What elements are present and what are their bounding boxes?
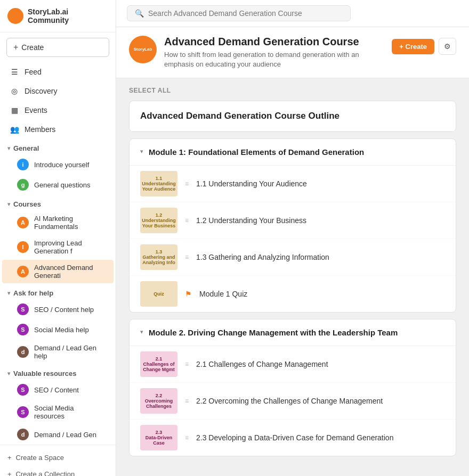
lesson-1-1-thumb: 1.1UnderstandingYour Audience: [140, 171, 177, 196]
general-chevron: ▾: [7, 145, 10, 151]
sidebar-item-introduce[interactable]: i Introduce yourself: [2, 155, 114, 174]
social-help-avatar: S: [17, 324, 29, 335]
course-outline-card: Advanced Demand Generation Course Outlin…: [129, 101, 456, 132]
sidebar-item-seo-help[interactable]: S SEO / Content help: [2, 300, 114, 319]
discovery-label: Discovery: [25, 87, 57, 95]
demand-res-label: Demand / Lead Gen: [34, 431, 96, 439]
module-2-header: ▾ Module 2. Driving Change Management wi…: [130, 319, 456, 346]
course-header-right: + Create ⚙: [392, 36, 456, 55]
create-collection-button[interactable]: + Create a Collection: [0, 466, 116, 476]
section-general[interactable]: ▾ General: [0, 139, 116, 154]
module-1-chevron[interactable]: ▾: [140, 148, 143, 155]
module-1-card: ▾ Module 1: Foundational Elements of Dem…: [129, 138, 456, 313]
course-header-left: StoryLab Advanced Demand Generation Cour…: [129, 36, 377, 69]
module-2-chevron[interactable]: ▾: [140, 329, 143, 335]
drag-handle-1-3[interactable]: ≡: [185, 253, 189, 261]
lesson-2-2-title: 2.2 Overcoming the Challenges of Change …: [196, 397, 383, 405]
sidebar: StoryLab.ai Community + Create ☰ Feed ◎ …: [0, 0, 116, 476]
lesson-1-1: 1.1UnderstandingYour Audience ≡ 1.1 Unde…: [130, 166, 456, 202]
search-box[interactable]: 🔍: [127, 5, 351, 21]
ai-marketing-label: AI Marketing Fundamentals: [34, 215, 106, 231]
nav-discovery[interactable]: ◎ Discovery: [2, 82, 114, 100]
section-courses[interactable]: ▾ Courses: [0, 195, 116, 210]
lesson-1-1-title: 1.1 Understanding Your Audience: [196, 179, 307, 188]
create-space-button[interactable]: + Create a Space: [0, 449, 116, 466]
advanced-demand-label: Advanced Demand Generati: [34, 264, 106, 280]
sidebar-item-advanced-demand[interactable]: A Advanced Demand Generati: [2, 260, 114, 283]
topbar: 🔍: [116, 0, 469, 27]
course-create-button[interactable]: + Create: [392, 39, 434, 54]
search-icon: 🔍: [135, 9, 144, 18]
ask-help-label: Ask for help: [13, 289, 53, 297]
seo-res-avatar: S: [17, 384, 29, 396]
nav-members[interactable]: 👥 Members: [2, 120, 114, 138]
create-button[interactable]: + Create: [6, 38, 109, 57]
valuable-chevron: ▾: [7, 371, 10, 376]
valuable-label: Valuable resources: [13, 370, 77, 377]
introduce-label: Introduce yourself: [34, 161, 89, 169]
section-valuable-resources[interactable]: ▾ Valuable resources: [0, 364, 116, 380]
general-label: General: [13, 144, 39, 152]
sidebar-item-general-questions[interactable]: g General questions: [2, 175, 114, 194]
lesson-1-2: 1.2UnderstandingYour Business ≡ 1.2 Unde…: [130, 202, 456, 239]
drag-handle-2-1[interactable]: ≡: [185, 360, 189, 368]
ai-marketing-avatar: A: [17, 217, 29, 228]
lesson-quiz-1: Quiz ⚑ Module 1 Quiz: [130, 276, 456, 312]
sidebar-item-ai-marketing[interactable]: A AI Marketing Fundamentals: [2, 211, 114, 234]
improving-lead-label: Improving Lead Generation f: [34, 239, 106, 255]
sidebar-bottom: + Create a Space + Create a Collection: [0, 445, 116, 476]
app-logo: StoryLab.ai Community: [0, 0, 116, 32]
lesson-2-3-title: 2.3 Developing a Data-Driven Case for De…: [196, 433, 393, 442]
course-create-label: + Create: [399, 43, 427, 51]
discovery-icon: ◎: [10, 86, 19, 96]
outline-title: Advanced Demand Generation Course Outlin…: [130, 101, 456, 132]
select-all[interactable]: SELECT ALL: [129, 87, 456, 94]
quiz-1-thumb: Quiz: [140, 281, 177, 307]
sidebar-item-social-res[interactable]: S Social Media resources: [2, 400, 114, 424]
module-2-card: ▾ Module 2. Driving Change Management wi…: [129, 319, 456, 456]
drag-handle-2-2[interactable]: ≡: [185, 397, 189, 405]
sidebar-item-demand-res[interactable]: d Demand / Lead Gen: [2, 425, 114, 444]
courses-chevron: ▾: [7, 201, 10, 207]
lesson-1-2-thumb: 1.2UnderstandingYour Business: [140, 208, 177, 233]
search-input[interactable]: [148, 9, 343, 18]
main-content: 🔍 StoryLab Advanced Demand Generation Co…: [116, 0, 469, 476]
feed-label: Feed: [25, 68, 42, 76]
ask-help-chevron: ▾: [7, 290, 10, 296]
section-ask-help[interactable]: ▾ Ask for help: [0, 284, 116, 299]
nav-feed[interactable]: ☰ Feed: [2, 63, 114, 81]
seo-help-label: SEO / Content help: [34, 306, 94, 314]
gear-icon: ⚙: [444, 42, 451, 51]
lesson-2-1-title: 2.1 Challenges of Change Management: [196, 360, 328, 368]
flag-icon: ⚑: [185, 290, 192, 298]
nav-events[interactable]: ▦ Events: [2, 101, 114, 119]
advanced-demand-avatar: A: [17, 266, 29, 277]
sidebar-item-improving-lead[interactable]: I Improving Lead Generation f: [2, 235, 114, 259]
sidebar-item-seo-res[interactable]: S SEO / Content: [2, 380, 114, 399]
module-1-header: ▾ Module 1: Foundational Elements of Dem…: [130, 139, 456, 166]
logo-circle: [7, 8, 23, 24]
app-name: StoryLab.ai Community: [28, 7, 108, 24]
social-res-avatar: S: [17, 406, 29, 418]
demand-help-avatar: d: [17, 346, 29, 358]
plus-icon: +: [13, 43, 18, 52]
demand-res-avatar: d: [17, 429, 29, 440]
content-area: SELECT ALL Advanced Demand Generation Co…: [116, 78, 469, 476]
demand-help-label: Demand / Lead Gen help: [34, 344, 106, 360]
create-label: Create: [21, 43, 44, 52]
sidebar-item-social-help[interactable]: S Social Media help: [2, 320, 114, 339]
course-title: Advanced Demand Generation Course: [164, 36, 377, 48]
lesson-1-3: 1.3Gathering andAnalyzing Info ≡ 1.3 Gat…: [130, 239, 456, 276]
drag-handle-1-2[interactable]: ≡: [185, 217, 189, 224]
introduce-avatar: i: [17, 159, 29, 170]
quiz-1-title: Module 1 Quiz: [199, 290, 247, 298]
lesson-2-3-thumb: 2.3Data-DrivenCase: [140, 425, 177, 450]
course-settings-button[interactable]: ⚙: [439, 38, 456, 55]
module-1-title: Module 1: Foundational Elements of Deman…: [149, 146, 364, 158]
general-q-label: General questions: [34, 181, 91, 189]
events-label: Events: [25, 106, 47, 114]
drag-handle-2-3[interactable]: ≡: [185, 434, 189, 441]
drag-handle-1-1[interactable]: ≡: [185, 180, 189, 187]
sidebar-item-demand-help[interactable]: d Demand / Lead Gen help: [2, 340, 114, 364]
general-q-avatar: g: [17, 179, 29, 191]
